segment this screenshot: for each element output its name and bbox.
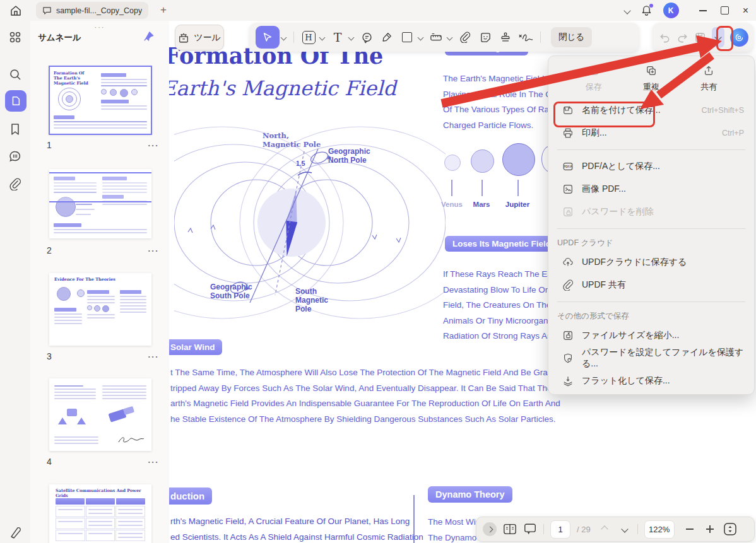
- quick-duplicate-button[interactable]: 重複: [643, 65, 659, 93]
- search-icon[interactable]: [9, 68, 21, 81]
- image-pdf-icon: [562, 184, 574, 195]
- thumbnail-sketch: [49, 378, 151, 451]
- measure-tool-button[interactable]: [427, 28, 446, 47]
- menu-item-save-to-cloud[interactable]: UPDFクラウドに保存する: [548, 251, 754, 274]
- menu-item-updf-share[interactable]: UPDF 共有: [548, 274, 754, 296]
- menu-item-protect-with-password[interactable]: パスワードを設定してファイルを保護する...: [548, 347, 754, 370]
- thumbnail-page-4[interactable]: [49, 378, 151, 451]
- menu-item-save-as[interactable]: 名前を付けて保存... Ctrl+Shift+S: [548, 99, 754, 122]
- document-tab[interactable]: sample-fil..._Copy_Copy: [36, 2, 148, 19]
- signature-tool-button[interactable]: [516, 28, 535, 47]
- updf-app-window: sample-fil..._Copy_Copy + K ×: [0, 0, 756, 543]
- shape-tool-chevron[interactable]: [418, 34, 424, 40]
- quick-save-button[interactable]: 保存: [586, 65, 602, 93]
- menu-item-save-as-pdfa[interactable]: PDF/A PDF/Aとして保存...: [548, 155, 754, 178]
- reader-mode-icon[interactable]: [9, 525, 24, 540]
- attachments-icon[interactable]: [9, 178, 21, 190]
- page-more-button[interactable]: ···: [148, 141, 160, 150]
- panel-resize-handle[interactable]: ···: [30, 23, 169, 31]
- shortcut-label: Ctrl+Shift+S: [702, 106, 744, 115]
- attachment-tool-button[interactable]: [456, 28, 475, 47]
- redo-icon[interactable]: [676, 32, 688, 44]
- close-tools-button[interactable]: 閉じる: [551, 27, 592, 47]
- maximize-button[interactable]: [721, 6, 729, 15]
- thumbnail-sketch: Satellite Communications And Power Grids: [49, 484, 151, 543]
- select-tool-button[interactable]: [256, 26, 280, 49]
- stamp-tool-button[interactable]: [496, 28, 515, 47]
- page-more-button[interactable]: ···: [148, 246, 160, 255]
- shape-tool-button[interactable]: [398, 28, 416, 47]
- badge-dynamo-theory: Dynamo Theory: [428, 486, 512, 503]
- save-icon[interactable]: [694, 32, 706, 44]
- menu-divider: [557, 228, 745, 229]
- text-tool-button[interactable]: T: [328, 28, 347, 47]
- menu-item-flatten-and-save[interactable]: フラット化して保存...: [548, 370, 754, 392]
- zoom-out-button[interactable]: [686, 528, 694, 530]
- home-button[interactable]: [6, 3, 25, 18]
- comments-icon[interactable]: [9, 150, 21, 163]
- thumbnail-page-2[interactable]: [49, 169, 151, 238]
- print-icon: [562, 127, 574, 139]
- menu-item-print[interactable]: 印刷... Ctrl+P: [548, 122, 754, 144]
- page-number-input[interactable]: 1: [550, 520, 570, 539]
- thumbnail-page-3[interactable]: Evidence For The Theories: [49, 273, 151, 346]
- page-layout-icon[interactable]: [503, 523, 517, 535]
- thumbnail-page-5[interactable]: Satellite Communications And Power Grids: [49, 484, 151, 543]
- ai-assistant-button[interactable]: [730, 28, 748, 47]
- save-icon: [588, 65, 599, 76]
- thumbnail-panel: ··· サムネール Formation Of The Earth's Magne…: [30, 21, 169, 543]
- save-menu-chevron-button[interactable]: [712, 27, 724, 47]
- close-window-button[interactable]: ×: [743, 6, 748, 16]
- tools-button[interactable]: ツール: [175, 25, 224, 50]
- text-tool-chevron[interactable]: [348, 34, 355, 40]
- pin-icon[interactable]: [143, 31, 154, 42]
- comment-tool-button[interactable]: [357, 28, 376, 47]
- label-north-magnetic-pole: North, Magnetic Pole: [263, 131, 321, 149]
- paperclip-icon: [459, 32, 471, 43]
- quick-share-button[interactable]: 共有: [700, 65, 717, 93]
- thumbnail-page-1[interactable]: Formation Of The Earth's Magnetic Field: [49, 66, 151, 134]
- zoom-in-button[interactable]: [706, 525, 714, 533]
- thumbnail-2-row: 2 ···: [47, 245, 159, 255]
- highlighter-tool-button[interactable]: [377, 28, 396, 47]
- measure-tool-chevron[interactable]: [447, 34, 453, 40]
- label-geographic-north-pole: Geographic North Pole: [328, 147, 370, 165]
- ai-swirl-icon: [734, 32, 745, 43]
- previous-page-chevron[interactable]: [601, 525, 608, 532]
- collapse-bar-button[interactable]: [483, 522, 497, 536]
- menu-item-reduce-file-size[interactable]: ファイルサイズを縮小...: [548, 324, 754, 347]
- page-total-label: / 29: [577, 525, 591, 534]
- minimize-button[interactable]: [699, 10, 707, 11]
- svg-text:PDF/A: PDF/A: [564, 165, 572, 168]
- thumbnails-panel-button[interactable]: [5, 90, 27, 112]
- toolbox-icon: [178, 32, 189, 44]
- titlebar-chevron-down-icon[interactable]: [623, 7, 630, 14]
- menu-section-other-formats: その他の形式で保存: [548, 307, 754, 324]
- thumbnail-4-row: 4 ···: [47, 457, 159, 467]
- heading-tool-button[interactable]: H: [299, 28, 318, 47]
- page-more-button[interactable]: ···: [148, 352, 160, 361]
- heading-tool-chevron[interactable]: [319, 34, 326, 40]
- undo-icon[interactable]: [659, 32, 671, 44]
- menu-divider: [557, 301, 745, 302]
- next-page-chevron[interactable]: [621, 525, 628, 532]
- sticker-tool-button[interactable]: [476, 28, 495, 47]
- badge-solar-wind: Solar Wind: [169, 339, 222, 355]
- select-tool-chevron[interactable]: [281, 34, 287, 40]
- bookmarks-icon[interactable]: [9, 123, 21, 136]
- zoom-level-input[interactable]: 122%: [644, 520, 675, 539]
- planet-venus: [444, 155, 461, 171]
- new-tab-button[interactable]: +: [155, 1, 172, 19]
- thumbnail-1-row: 1 ···: [47, 140, 159, 150]
- left-icon-rail: [0, 21, 30, 543]
- grid-menu-icon[interactable]: [9, 31, 21, 44]
- menu-item-image-pdf[interactable]: 画像 PDF...: [548, 178, 754, 201]
- solar-wind-paragraph: t The Same Time, The Atmosphere Will Als…: [170, 365, 570, 428]
- fit-page-button[interactable]: [723, 522, 738, 537]
- menu-item-remove-password[interactable]: パスワードを削除: [548, 201, 754, 223]
- page-more-button[interactable]: ···: [148, 457, 160, 467]
- user-avatar[interactable]: K: [663, 3, 679, 18]
- flatten-layers-icon: [562, 375, 574, 387]
- annotations-visibility-icon[interactable]: [523, 523, 537, 535]
- notification-bell-button[interactable]: [641, 5, 652, 16]
